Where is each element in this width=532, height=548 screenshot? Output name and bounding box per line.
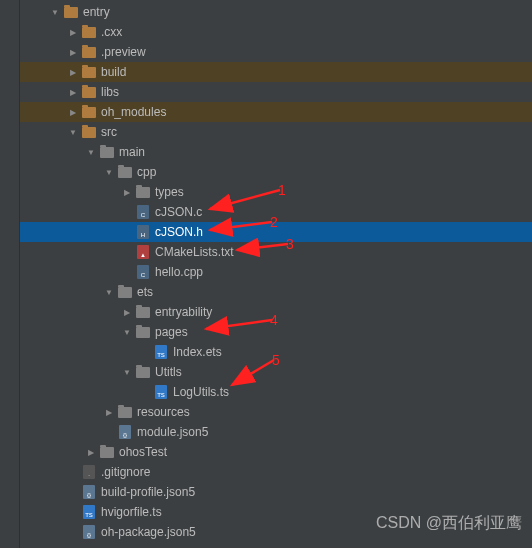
expand-arrow-icon[interactable]: ▼ [104,288,114,297]
file-icon: TS [153,385,169,399]
file-icon: {} [81,525,97,539]
file-icon: TS [81,505,97,519]
file-icon: {} [81,485,97,499]
tree-folder-Utitls[interactable]: ▼Utitls [20,362,532,382]
folder-icon [81,105,97,119]
file-icon: C [135,205,151,219]
expand-arrow-icon[interactable]: ▶ [68,68,78,77]
folder-icon [99,145,115,159]
tree-item-label: CMakeLists.txt [155,245,234,259]
tree-item-label: LogUtils.ts [173,385,229,399]
project-tree-panel: ▼entry▶.cxx▶.preview▶build▶libs▶oh_modul… [0,0,532,548]
tree-folder-entry[interactable]: ▼entry [20,2,532,22]
tree-folder-libs[interactable]: ▶libs [20,82,532,102]
tree-item-label: Index.ets [173,345,222,359]
tree-folder-cpp[interactable]: ▼cpp [20,162,532,182]
tree-item-label: .preview [101,45,146,59]
gutter-strip [0,0,20,548]
expand-arrow-icon[interactable]: ▼ [86,148,96,157]
tree-item-label: .cxx [101,25,122,39]
tree-file-module.json5[interactable]: ▶{}module.json5 [20,422,532,442]
expand-arrow-icon[interactable]: ▼ [122,328,132,337]
tree-item-label: libs [101,85,119,99]
tree-folder-entryability[interactable]: ▶entryability [20,302,532,322]
tree-item-label: ohosTest [119,445,167,459]
file-tree[interactable]: ▼entry▶.cxx▶.preview▶build▶libs▶oh_modul… [20,0,532,542]
folder-icon [135,305,151,319]
tree-folder-ets[interactable]: ▼ets [20,282,532,302]
tree-folder-resources[interactable]: ▶resources [20,402,532,422]
tree-folder-pages[interactable]: ▼pages [20,322,532,342]
tree-item-label: build [101,65,126,79]
expand-arrow-icon[interactable]: ▶ [104,408,114,417]
tree-file-hello.cpp[interactable]: ▶Chello.cpp [20,262,532,282]
tree-item-label: entryability [155,305,212,319]
folder-icon [81,125,97,139]
tree-folder-oh_modules[interactable]: ▶oh_modules [20,102,532,122]
expand-arrow-icon[interactable]: ▶ [122,188,132,197]
file-icon: · [81,465,97,479]
folder-icon [81,45,97,59]
folder-icon [99,445,115,459]
folder-icon [81,25,97,39]
tree-item-label: cJSON.h [155,225,203,239]
tree-folder-src[interactable]: ▼src [20,122,532,142]
tree-item-label: .gitignore [101,465,150,479]
tree-file-.gitignore[interactable]: ▶·.gitignore [20,462,532,482]
folder-icon [135,185,151,199]
tree-folder-ohosTest[interactable]: ▶ohosTest [20,442,532,462]
folder-icon [117,285,133,299]
tree-folder-types[interactable]: ▶types [20,182,532,202]
tree-item-label: entry [83,5,110,19]
folder-icon [81,85,97,99]
tree-item-label: oh-package.json5 [101,525,196,539]
tree-folder-main[interactable]: ▼main [20,142,532,162]
expand-arrow-icon[interactable]: ▶ [68,48,78,57]
file-icon: ▲ [135,245,151,259]
tree-file-hvigorfile.ts[interactable]: ▶TShvigorfile.ts [20,502,532,522]
file-icon: {} [117,425,133,439]
tree-item-label: build-profile.json5 [101,485,195,499]
tree-item-label: hello.cpp [155,265,203,279]
tree-item-label: main [119,145,145,159]
file-icon: C [135,265,151,279]
expand-arrow-icon[interactable]: ▶ [68,108,78,117]
folder-icon [81,65,97,79]
folder-icon [117,165,133,179]
tree-item-label: oh_modules [101,105,166,119]
folder-icon [135,365,151,379]
expand-arrow-icon[interactable]: ▼ [104,168,114,177]
expand-arrow-icon[interactable]: ▶ [122,308,132,317]
folder-icon [63,5,79,19]
tree-file-cJSON.c[interactable]: ▶CcJSON.c [20,202,532,222]
tree-folder-build[interactable]: ▶build [20,62,532,82]
tree-item-label: hvigorfile.ts [101,505,162,519]
tree-folder-.cxx[interactable]: ▶.cxx [20,22,532,42]
tree-file-build-profile.json5[interactable]: ▶{}build-profile.json5 [20,482,532,502]
tree-item-label: pages [155,325,188,339]
tree-item-label: Utitls [155,365,182,379]
file-icon: H [135,225,151,239]
tree-item-label: cpp [137,165,156,179]
tree-file-cJSON.h[interactable]: ▶HcJSON.h [20,222,532,242]
tree-item-label: types [155,185,184,199]
tree-file-CMakeLists.txt[interactable]: ▶▲CMakeLists.txt [20,242,532,262]
tree-item-label: resources [137,405,190,419]
tree-item-label: ets [137,285,153,299]
tree-item-label: src [101,125,117,139]
tree-folder-.preview[interactable]: ▶.preview [20,42,532,62]
expand-arrow-icon[interactable]: ▶ [68,88,78,97]
expand-arrow-icon[interactable]: ▶ [68,28,78,37]
expand-arrow-icon[interactable]: ▼ [50,8,60,17]
expand-arrow-icon[interactable]: ▼ [68,128,78,137]
tree-file-oh-package.json5[interactable]: ▶{}oh-package.json5 [20,522,532,542]
file-icon: TS [153,345,169,359]
folder-icon [117,405,133,419]
expand-arrow-icon[interactable]: ▼ [122,368,132,377]
tree-file-Index.ets[interactable]: ▶TSIndex.ets [20,342,532,362]
folder-icon [135,325,151,339]
expand-arrow-icon[interactable]: ▶ [86,448,96,457]
tree-item-label: module.json5 [137,425,208,439]
tree-item-label: cJSON.c [155,205,202,219]
tree-file-LogUtils.ts[interactable]: ▶TSLogUtils.ts [20,382,532,402]
